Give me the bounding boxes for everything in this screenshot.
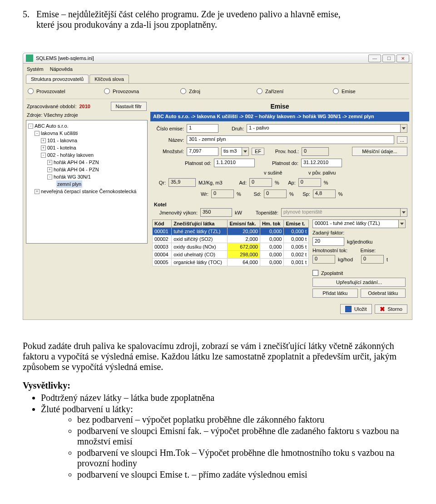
tree-node-101[interactable]: 101 - lakovna [47,137,77,144]
radio-provozovna[interactable] [104,88,110,94]
radio-zarizeni[interactable] [257,88,263,94]
radio-emise[interactable] [333,88,339,94]
set-filter-button[interactable]: Nastavit filtr [111,102,147,111]
tree-toggle-icon[interactable]: + [41,138,46,143]
tab-struktura[interactable]: Struktura provozovatelů [26,75,89,83]
th-latka[interactable]: Znečišťující látka [172,220,228,228]
hm-tok-field: 0 [312,255,335,264]
tree-toggle-icon[interactable]: + [47,167,52,172]
breadcrumb: ABC Auto s.r.o. -> lakovna K učilišti ->… [150,112,409,121]
druh-dropdown[interactable]: 1 - palivo [247,124,407,133]
th-ef[interactable]: Emisní fak. [228,220,260,228]
platnost-od-label: Platnost od: [152,160,211,166]
radio-zdroj[interactable] [180,88,186,94]
platnost-do-field[interactable]: 31.12.2010 [301,159,342,167]
titlebar[interactable]: SQLEMS [web-sqlems.ini] — ☐ ✕ [23,53,412,64]
nazev-more-button[interactable]: ... [397,136,407,144]
menu-system[interactable]: Systém [27,66,44,72]
tree-node-horak3[interactable]: hořák WG 30N/1 [54,173,91,180]
tree-toggle-icon[interactable]: - [35,131,40,136]
chevron-down-icon[interactable] [401,124,407,133]
pollutant-table[interactable]: Kód Znečišťující látka Emisní fak. Hm. t… [152,220,309,266]
tree-node-002[interactable]: 002 - hořáky lakoven [47,151,94,159]
emise-field: 0 [361,255,384,264]
pct: % [275,180,279,185]
topeniste-dropdown[interactable]: plynové topeniště [281,208,407,217]
nazev-field[interactable]: 301 - zemní plyn [187,135,394,144]
table-row[interactable]: 00003oxidy dusíku (NOx)672,0000,0000,005… [153,243,309,251]
bullet-1: Podtržený název látky – látka bude zpopl… [41,393,413,403]
tab-klicova-slova[interactable]: Klíčová slova [89,75,129,83]
period-value: 2010 [79,104,90,109]
zadany-faktor-field[interactable]: 20 [312,237,344,246]
side-combo[interactable]: 00001 - tuhé zneč látky (TZL) [312,220,406,228]
tree-node-zemniplyn[interactable]: zemní plyn [56,180,82,188]
vysvetlivky-heading: Vysvětlivky: [23,380,413,391]
jmenovity-vykon-label: Jmenovitý výkon: [152,210,198,215]
zpoplatnit-checkbox[interactable] [312,270,318,276]
close-button[interactable]: ✕ [396,55,409,62]
upresnujici-zadani-button[interactable]: Upřesňující zadání... [312,278,406,287]
tree-toggle-icon[interactable]: + [41,145,46,150]
intro-paragraph: 5. Emise – nejdůležitější část celého pr… [23,9,413,30]
sd-label: Sd: [248,191,261,197]
platnost-do-label: Platnost do: [258,160,298,166]
table-row[interactable]: 00002oxid siřičitý (SO2)2,0000,0000,000 … [153,235,309,243]
zf-unit: kg/jednotku [347,239,372,245]
zadany-faktor-label: Zadaný faktor: [312,230,344,235]
tree-node-horak2[interactable]: hořák APH 04 - PZN [54,166,99,173]
odebrat-latku-button[interactable]: Odebrat látku [361,289,406,298]
tree-node-horak1[interactable]: hořák APH 04 - PZN [54,159,99,166]
mnozstvi-unit-dropdown[interactable]: tis m3 [221,147,249,156]
ulozit-button[interactable]: Uložit [340,304,372,314]
storno-button[interactable]: ✖Storno [375,304,407,314]
minimize-button[interactable]: — [368,55,381,62]
sources-label: Zdroje: Všechny zdroje [26,112,148,118]
app-window: SQLEMS [web-sqlems.ini] — ☐ ✕ Systém Náp… [23,53,412,320]
tree-node-cerpaci[interactable]: neveřejná čerpací stanice Černokosteleck… [41,188,136,195]
vysvetlivky-list: Podtržený název látky – látka bude zpopl… [41,393,413,480]
druh-label: Druh: [221,126,244,131]
tree-node-lakovna[interactable]: lakovna K učilišti [41,130,78,137]
tree-node-abc[interactable]: ABC Auto s.r.o. [35,122,69,130]
table-row[interactable]: 00005organické látky (TOC)64,0000,0000,0… [153,259,309,266]
chevron-down-icon[interactable] [399,220,406,228]
mesicni-udaje-button[interactable]: Měsíční údaje... [352,147,407,156]
tree-toggle-icon[interactable]: - [41,153,46,158]
window-title: SQLEMS [web-sqlems.ini] [36,55,94,61]
chevron-down-icon[interactable] [401,208,407,217]
subbullet-2: podbarvení ve sloupci Emisní fak. – výpo… [77,426,413,447]
wr-label: Wr: [195,191,208,197]
maximize-button[interactable]: ☐ [382,55,395,62]
menu-help[interactable]: Nápověda [50,66,73,72]
mnozstvi-field[interactable]: 7,097 [187,147,218,156]
tree-toggle-icon[interactable]: + [47,160,52,165]
radio-provozovatel[interactable] [28,88,34,94]
pridat-latku-button[interactable]: Přidat látku [312,289,358,298]
pct: % [324,180,328,185]
wr-field: 0 [211,190,234,198]
tree-toggle-icon[interactable]: - [28,124,33,129]
cislo-emise-field[interactable]: 1 [187,124,218,133]
th-hm[interactable]: Hm. tok [260,220,284,228]
mnozstvi-label: Množství: [152,149,184,154]
provhod-field: 0 [302,147,329,156]
tree-toggle-icon[interactable]: - [47,175,52,180]
tree-node-001[interactable]: 001 - kotelna [47,144,76,151]
vpuvpalivu-label: v pův. palivu [308,170,350,175]
platnost-od-field[interactable]: 1.1.2010 [214,159,255,167]
table-row[interactable]: 00004oxid uhelnatý (CO)298,0000,0000,002… [153,251,309,259]
pct: % [338,191,343,197]
tree-toggle-icon[interactable]: + [35,189,40,194]
subbullet-1: bez podbarvení – výpočet poplatku proběh… [77,414,413,425]
th-kod[interactable]: Kód [153,220,172,228]
chevron-down-icon[interactable] [242,147,249,156]
tree-view[interactable]: -ABC Auto s.r.o. -lakovna K učilišti +10… [26,120,148,244]
menu-bar: Systém Nápověda [26,65,409,75]
ad-field: 0 [249,178,272,187]
th-emise[interactable]: Emise t. [284,220,309,228]
ef-button[interactable]: EF [252,148,264,155]
hm-unit: kg/hod [338,257,358,262]
qr-field: 35,9 [168,178,196,187]
table-row[interactable]: 00001tuhé zneč látky (TZL)20,0000,0000,0… [153,228,309,235]
